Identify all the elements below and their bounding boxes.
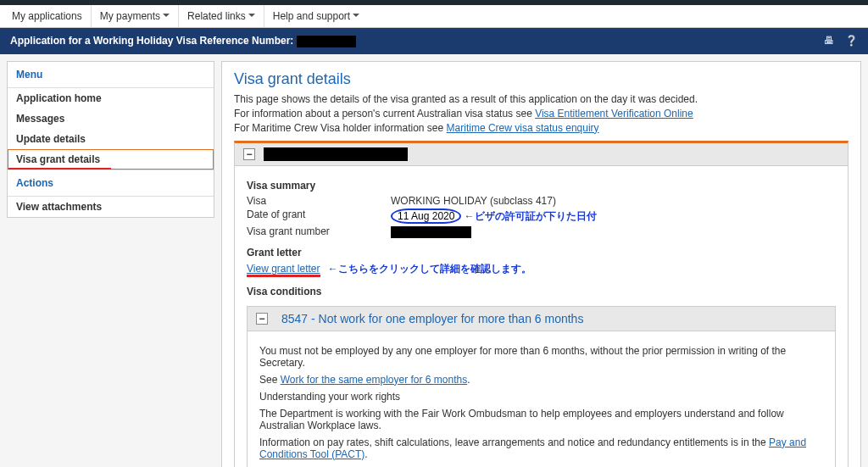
intro-text-2: For information about a person's current… [234, 108, 849, 120]
header-title: Application for a Working Holiday Visa R… [10, 35, 293, 47]
link-maritime[interactable]: Maritime Crew visa status enquiry [447, 122, 599, 134]
collapse-toggle-8547[interactable]: − [256, 313, 268, 325]
label-grant-number: Visa grant number [247, 225, 391, 238]
value-date-of-grant: 11 Aug 2020 [391, 208, 461, 224]
sidebar-item-messages[interactable]: Messages [8, 108, 214, 129]
help-icon[interactable]: ❔ [845, 35, 858, 47]
sidebar-menu-heading: Menu [8, 62, 214, 88]
chevron-down-icon [248, 14, 255, 20]
sidebar-actions-heading: Actions [8, 170, 214, 197]
nav-related-links[interactable]: Related links [179, 5, 264, 27]
page-header: Application for a Working Holiday Visa R… [0, 28, 868, 54]
condition-8547-title: 8547 - Not work for one employer for mor… [281, 312, 583, 325]
page-title: Visa grant details [234, 70, 849, 88]
redacted-reference [297, 36, 356, 47]
c8547-p4: The Department is working with the Fair … [259, 408, 823, 431]
link-same-employer[interactable]: Work for the same employer for 6 months [281, 374, 468, 386]
chevron-down-icon [353, 14, 359, 20]
applicant-box: − Visa summary VisaWORKING HOLIDAY (subc… [234, 141, 849, 467]
label-visa: Visa [247, 195, 391, 207]
grant-letter-heading: Grant letter [247, 247, 836, 259]
label-date-of-grant: Date of grant [247, 208, 391, 224]
condition-8547: − 8547 - Not work for one employer for m… [247, 306, 836, 467]
c8547-p1: You must not be employed by any one empl… [259, 345, 823, 369]
link-vevo[interactable]: Visa Entitlement Verification Online [535, 108, 693, 120]
nav-my-applications[interactable]: My applications [3, 5, 92, 27]
sidebar: Menu Application home Messages Update de… [7, 61, 214, 218]
nav-help[interactable]: Help and support [264, 5, 368, 27]
collapse-toggle[interactable]: − [243, 148, 255, 160]
c8547-p5: Information on pay rates, shift calculat… [259, 436, 823, 460]
sidebar-item-view-attachments[interactable]: View attachments [8, 197, 214, 217]
sidebar-item-update[interactable]: Update details [8, 129, 214, 149]
annotation-grant-letter: ←こちらをクリックして詳細を確認します。 [328, 263, 531, 275]
sidebar-item-home[interactable]: Application home [8, 88, 214, 108]
c8547-p3: Understanding your work rights [259, 391, 823, 403]
visa-conditions-heading: Visa conditions [247, 286, 836, 297]
intro-text-1: This page shows the details of the visa … [234, 93, 849, 105]
intro-text-3: For Maritime Crew Visa holder informatio… [234, 122, 849, 134]
link-view-grant-letter[interactable]: View grant letter [247, 263, 320, 277]
redacted-name [264, 147, 408, 161]
annotation-date: ←ビザの許可証が下りた日付 [465, 210, 597, 222]
print-icon[interactable]: 🖶 [824, 35, 834, 47]
value-visa: WORKING HOLIDAY (subclass 417) [391, 195, 556, 207]
main-content: Visa grant details This page shows the d… [221, 61, 861, 467]
redacted-grant-number [391, 226, 471, 238]
sidebar-item-grant-details[interactable]: Visa grant details [8, 149, 214, 170]
nav-my-payments[interactable]: My payments [92, 5, 179, 27]
visa-summary-heading: Visa summary [247, 180, 836, 192]
c8547-p2: See Work for the same employer for 6 mon… [259, 374, 823, 386]
top-nav: My applications My payments Related link… [0, 5, 868, 28]
chevron-down-icon [163, 14, 170, 20]
